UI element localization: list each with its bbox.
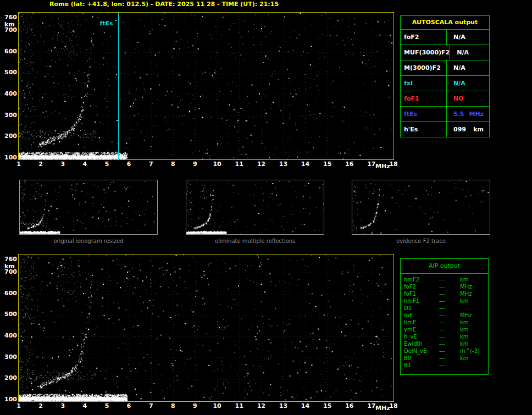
aip-row-label: foF1 — [401, 290, 439, 297]
aip-row-label: B1 — [401, 362, 439, 369]
x-tick-5: 5 — [101, 402, 112, 410]
aip-row-label: B0 — [401, 355, 439, 362]
aip-row-foF1: foF1---MHz — [401, 290, 488, 297]
aip-row-ymE: ymE---km — [401, 326, 488, 333]
aip-row-value: --- — [439, 326, 460, 333]
y-axis-unit-main: km — [4, 21, 15, 28]
x-tick-16: 16 — [344, 402, 355, 410]
ionogram-canvas-main — [19, 13, 394, 159]
x-tick-3: 3 — [57, 402, 68, 410]
y-tick-760: 760 — [4, 256, 17, 263]
y-tick-400: 400 — [4, 91, 17, 97]
autoscala-row-MUF(3000)F2: MUF(3000)F2N/A — [401, 45, 489, 60]
aip-row-value: --- — [439, 290, 460, 297]
autoscala-row-label: fxI — [401, 76, 447, 91]
autoscala-row-value-number: 5.5 — [453, 110, 464, 118]
x-tick-15: 15 — [322, 402, 333, 410]
x-tick-6: 6 — [124, 402, 135, 410]
autoscala-row-value: NO — [447, 91, 489, 106]
autoscala-row-label: foF1 — [401, 91, 447, 106]
x-tick-2: 2 — [35, 161, 46, 168]
x-tick-1: 1 — [13, 402, 24, 410]
autoscala-row-label: M(3000)F2 — [401, 60, 447, 75]
y-tick-500: 500 — [4, 311, 17, 318]
thumbnail-eliminate-reflections — [186, 180, 324, 235]
autoscala-row-fxI: fxIN/A — [401, 76, 489, 91]
y-tick-600: 600 — [4, 290, 17, 297]
aip-output-table: AIP output hmF2---kmfoF2---MHzfoF1---MHz… — [400, 258, 489, 375]
aip-row-label: h_vE — [401, 333, 439, 340]
aip-row-value: --- — [439, 362, 460, 369]
thumbnail-caption-f2: evidence F2 trace — [352, 238, 490, 244]
aip-row-DelN_vE: DelN_vE---m^(-3) — [401, 347, 488, 355]
autoscala-row-label: foF2 — [401, 30, 447, 45]
aip-row-unit: km — [460, 355, 488, 362]
x-tick-12: 12 — [256, 402, 267, 410]
autoscala-row-value: N/A — [447, 76, 489, 91]
aip-table-header: AIP output — [401, 259, 488, 274]
ionogram-canvas-processed — [19, 254, 394, 401]
y-axis-unit-processed: km — [4, 263, 15, 270]
aip-row-hmE: hmE---km — [401, 319, 488, 326]
x-tick-14: 14 — [300, 161, 311, 168]
x-tick-3: 3 — [57, 161, 68, 168]
y-tick-200: 200 — [4, 133, 17, 140]
aip-row-unit: km — [460, 297, 488, 305]
aip-row-value: --- — [439, 355, 460, 362]
aip-row-D1: D1--- — [401, 305, 488, 312]
x-tick-5: 5 — [101, 161, 112, 168]
aip-row-unit: km — [460, 319, 488, 326]
x-tick-10: 10 — [212, 402, 223, 410]
aip-row-label: hmF1 — [401, 297, 439, 305]
autoscala-table-header: AUTOSCALA output — [401, 16, 489, 30]
autoscala-row-foF1: foF1NO — [401, 91, 489, 107]
x-tick-7: 7 — [146, 161, 157, 168]
ionogram-plot-processed — [18, 254, 394, 402]
aip-row-B0: B0---km — [401, 355, 488, 362]
page-title: Rome (lat: +41.8, lon: 012.5) - DATE: 20… — [49, 1, 279, 8]
x-tick-10: 10 — [212, 161, 223, 168]
aip-row-value: --- — [439, 333, 460, 340]
x-tick-4: 4 — [79, 161, 90, 168]
y-tick-600: 600 — [4, 48, 17, 55]
x-axis-unit-main: MHz — [375, 163, 390, 170]
aip-table-body: hmF2---kmfoF2---MHzfoF1---MHzhmF1---kmD1… — [401, 276, 488, 369]
x-tick-13: 13 — [278, 161, 289, 168]
aip-row-label: Ewidth — [401, 340, 439, 347]
aip-row-label: foF2 — [401, 283, 439, 290]
ftes-marker-line — [118, 13, 119, 159]
x-tick-12: 12 — [256, 161, 267, 168]
aip-row-foF2: foF2---MHz — [401, 283, 488, 290]
aip-row-h_vE: h_vE---km — [401, 333, 488, 340]
autoscala-row-value-unit: MHz — [469, 110, 484, 118]
autoscala-output-table: AUTOSCALA output foF2N/AMUF(3000)F2N/AM(… — [400, 15, 490, 137]
autoscala-row-ftEs: ftEs5.5MHz — [401, 107, 489, 122]
x-axis-labels-main: 123456789101112131415161718 — [19, 161, 403, 168]
x-tick-8: 8 — [168, 161, 179, 168]
x-tick-7: 7 — [146, 402, 157, 410]
autoscala-row-value: N/A — [447, 60, 489, 75]
aip-row-label: DelN_vE — [401, 347, 439, 355]
autoscala-row-value: N/A — [450, 45, 489, 60]
aip-row-label: foE — [401, 312, 439, 319]
thumbnail-caption-reflections: eliminate multiple reflections — [186, 238, 324, 244]
autoscala-row-value: 5.5MHz — [447, 107, 489, 121]
aip-row-label: D1 — [401, 305, 439, 312]
autoscala-row-label: ftEs — [401, 107, 447, 121]
aip-row-value: --- — [439, 305, 460, 312]
y-tick-400: 400 — [4, 333, 17, 339]
aip-row-hmF1: hmF1---km — [401, 297, 488, 305]
aip-row-unit: MHz — [460, 312, 488, 319]
x-tick-2: 2 — [35, 402, 46, 410]
aip-row-value: --- — [439, 319, 460, 326]
autoscala-row-value: N/A — [447, 30, 489, 45]
aip-row-value: --- — [439, 340, 460, 347]
y-tick-500: 500 — [4, 69, 17, 76]
aip-row-value: --- — [439, 297, 460, 305]
thumbnail-canvas-original — [20, 180, 157, 234]
x-tick-11: 11 — [234, 402, 245, 410]
aip-row-unit: m^(-3) — [460, 347, 488, 355]
x-tick-13: 13 — [278, 402, 289, 410]
aip-row-unit: MHz — [460, 283, 488, 290]
ftes-label: ftEs — [100, 20, 113, 27]
